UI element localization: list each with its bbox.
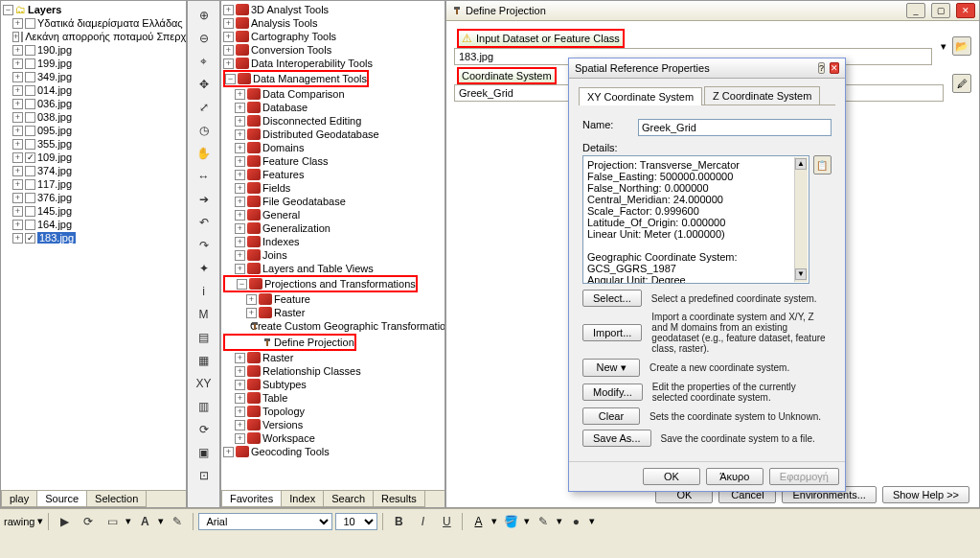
map-tool-button[interactable]: ✥ xyxy=(194,74,215,95)
minimize-button[interactable]: _ xyxy=(906,3,925,18)
close-button[interactable]: ✕ xyxy=(956,3,975,18)
dialog-titlebar[interactable]: Spatial Reference Properties ? ✕ xyxy=(569,58,845,79)
layer-checkbox[interactable] xyxy=(25,206,35,217)
layer-item[interactable]: +Λεκάνη απορροής ποταμού Σπερχειού xyxy=(12,30,184,43)
expand-icon[interactable]: + xyxy=(12,179,23,190)
map-tool-button[interactable]: i xyxy=(194,281,215,302)
layer-item[interactable]: +349.jpg xyxy=(12,70,184,83)
dialog-ok-button[interactable]: OK xyxy=(643,468,700,485)
expand-icon[interactable]: + xyxy=(235,210,245,221)
toolbox-item[interactable]: +Raster xyxy=(223,306,443,319)
expand-icon[interactable]: + xyxy=(12,166,23,176)
expand-icon[interactable]: + xyxy=(12,139,23,150)
select-cs-button[interactable]: Select... xyxy=(582,290,642,307)
expand-icon[interactable]: + xyxy=(235,407,245,417)
toolbox-item[interactable]: +Cartography Tools xyxy=(223,30,443,43)
toolbox-item[interactable]: +Layers and Table Views xyxy=(223,262,443,275)
new-cs-button[interactable]: New ▾ xyxy=(582,359,640,377)
expand-icon[interactable]: + xyxy=(223,447,234,457)
toolbox-item[interactable]: +Database xyxy=(223,101,443,114)
toolbox-item[interactable]: +Data Comparison xyxy=(223,87,443,101)
expand-icon[interactable]: + xyxy=(12,233,23,244)
toolbox-item[interactable]: +Analysis Tools xyxy=(223,16,443,30)
tab-selection[interactable]: Selection xyxy=(86,491,147,507)
expand-icon[interactable]: + xyxy=(235,237,245,247)
edit-tool[interactable]: ✎ xyxy=(167,511,188,532)
expand-icon[interactable]: + xyxy=(235,433,245,444)
expand-icon[interactable]: + xyxy=(12,112,23,123)
tab-xy-cs[interactable]: XY Coordinate System xyxy=(579,87,702,105)
layer-item[interactable]: +145.jpg xyxy=(12,204,184,218)
italic-button[interactable]: I xyxy=(412,511,433,532)
expand-icon[interactable]: + xyxy=(235,143,245,153)
toolbox-item[interactable]: Define Projection xyxy=(223,334,356,351)
toolbox-item[interactable]: +Relationship Classes xyxy=(223,364,443,378)
font-color-button[interactable]: A xyxy=(467,511,489,532)
expand-icon[interactable]: + xyxy=(12,58,23,69)
collapse-icon[interactable]: − xyxy=(3,5,13,15)
toolbox-item[interactable]: +Indexes xyxy=(223,235,443,248)
fill-color-button[interactable]: 🪣 xyxy=(500,511,521,532)
map-tool-button[interactable]: ▤ xyxy=(194,327,215,348)
map-tool-button[interactable]: ↷ xyxy=(194,235,215,256)
toolbox-item[interactable]: +Versions xyxy=(223,418,443,431)
clear-cs-button[interactable]: Clear xyxy=(582,407,640,425)
expand-icon[interactable]: − xyxy=(237,279,247,290)
expand-icon[interactable]: + xyxy=(235,366,245,377)
map-tool-button[interactable]: ◷ xyxy=(194,120,215,141)
map-tool-button[interactable]: ➔ xyxy=(194,189,215,210)
layer-checkbox[interactable] xyxy=(25,166,35,176)
expand-icon[interactable]: + xyxy=(235,116,245,127)
tab-display[interactable]: play xyxy=(1,491,37,507)
expand-icon[interactable]: + xyxy=(235,393,245,404)
map-tool-button[interactable]: ⟳ xyxy=(194,419,215,440)
layer-item[interactable]: +355.jpg xyxy=(12,137,184,151)
toolbox-item[interactable]: +Raster xyxy=(223,351,443,364)
layer-checkbox[interactable]: ✓ xyxy=(25,233,35,244)
pointer-tool[interactable]: ▶ xyxy=(54,511,75,532)
toolbox-item[interactable]: −Data Management Tools xyxy=(223,70,369,87)
map-tool-button[interactable]: ✦ xyxy=(194,258,215,279)
expand-icon[interactable]: + xyxy=(235,103,245,113)
expand-icon[interactable]: + xyxy=(235,353,245,363)
toolbox-item[interactable]: +Fields xyxy=(223,181,443,195)
expand-icon[interactable]: + xyxy=(12,45,23,56)
layers-root[interactable]: − 🗂 Layers xyxy=(3,3,184,16)
toolbox-item[interactable]: −Projections and Transformations xyxy=(223,275,418,292)
dialog-apply-button[interactable]: Εφαρμογή xyxy=(769,468,839,485)
toolbox-item[interactable]: +Conversion Tools xyxy=(223,43,443,57)
expand-icon[interactable]: + xyxy=(235,170,245,180)
expand-icon[interactable]: + xyxy=(235,89,245,100)
tab-favorites[interactable]: Favorites xyxy=(221,491,282,507)
layer-checkbox[interactable]: ✓ xyxy=(25,152,35,163)
toolbox-item[interactable]: +General xyxy=(223,208,443,221)
layer-checkbox[interactable] xyxy=(25,179,35,190)
font-size-select[interactable]: 10 xyxy=(335,513,377,530)
map-tool-button[interactable]: ↶ xyxy=(194,212,215,233)
expand-icon[interactable]: + xyxy=(12,85,23,96)
expand-icon[interactable]: + xyxy=(235,264,245,274)
layer-checkbox[interactable] xyxy=(25,58,35,69)
layer-checkbox[interactable] xyxy=(25,72,35,82)
line-color-button[interactable]: ✎ xyxy=(533,511,554,532)
coord-system-properties-button[interactable]: 🖉 xyxy=(952,74,971,93)
layer-item[interactable]: +095.jpg xyxy=(12,124,184,137)
expand-icon[interactable]: − xyxy=(225,74,236,84)
tab-results[interactable]: Results xyxy=(373,491,425,507)
toolbox-item[interactable]: +Topology xyxy=(223,405,443,418)
expand-icon[interactable]: + xyxy=(12,152,23,163)
layer-item[interactable]: +036.jpg xyxy=(12,97,184,110)
layer-checkbox[interactable] xyxy=(25,193,35,203)
tab-z-cs[interactable]: Z Coordinate System xyxy=(704,86,820,105)
toolbox-item[interactable]: +Feature xyxy=(223,292,443,306)
map-tool-button[interactable]: ⌖ xyxy=(194,51,215,72)
expand-icon[interactable]: + xyxy=(235,420,245,430)
tab-search[interactable]: Search xyxy=(323,491,374,507)
expand-icon[interactable]: + xyxy=(235,183,245,194)
dialog-help-button[interactable]: ? xyxy=(818,62,825,74)
layer-checkbox[interactable] xyxy=(25,85,35,96)
rect-tool[interactable]: ▭ xyxy=(102,511,123,532)
tab-source[interactable]: Source xyxy=(36,491,87,507)
marker-color-button[interactable]: ● xyxy=(565,511,586,532)
layer-item[interactable]: +✓183.jpg xyxy=(12,231,184,244)
